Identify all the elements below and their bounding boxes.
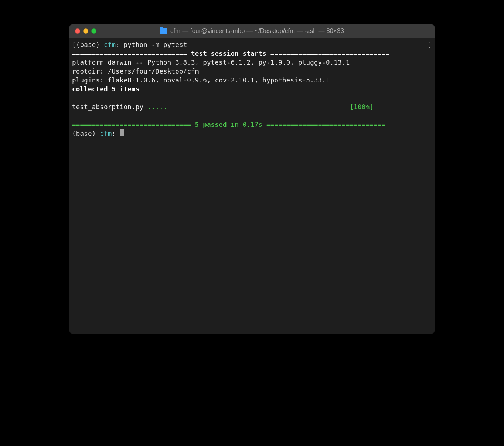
window-title-text: cfm — four@vincents-mbp — ~/Desktop/cfm … (170, 27, 344, 35)
folder-icon (160, 28, 167, 34)
blank-line-2 (72, 111, 432, 120)
plugins-info: plugins: flake8-1.0.6, nbval-0.9.6, cov-… (72, 76, 432, 85)
platform-info: platform darwin -- Python 3.8.3, pytest-… (72, 58, 432, 67)
prompt-line-1: [(base) cfm: python -m pytest] (72, 40, 432, 49)
session-header: ============================= test sessi… (72, 49, 432, 58)
cursor (120, 129, 124, 136)
blank-line (72, 94, 432, 102)
result-summary: ============================== 5 passed … (72, 120, 432, 129)
window-title: cfm — four@vincents-mbp — ~/Desktop/cfm … (69, 27, 435, 35)
prompt-line-2: (base) cfm: (72, 129, 432, 138)
terminal-window: cfm — four@vincents-mbp — ~/Desktop/cfm … (69, 24, 435, 334)
titlebar[interactable]: cfm — four@vincents-mbp — ~/Desktop/cfm … (69, 24, 435, 38)
terminal-output[interactable]: [(base) cfm: python -m pytest]==========… (69, 38, 435, 334)
close-button[interactable] (75, 28, 80, 34)
rootdir-info: rootdir: /Users/four/Desktop/cfm (72, 67, 432, 76)
traffic-lights (75, 28, 96, 34)
collected-info: collected 5 items (72, 85, 432, 94)
maximize-button[interactable] (91, 28, 96, 34)
minimize-button[interactable] (83, 28, 88, 34)
test-file-result: test_absorption.py ..... [100%] (72, 102, 432, 111)
